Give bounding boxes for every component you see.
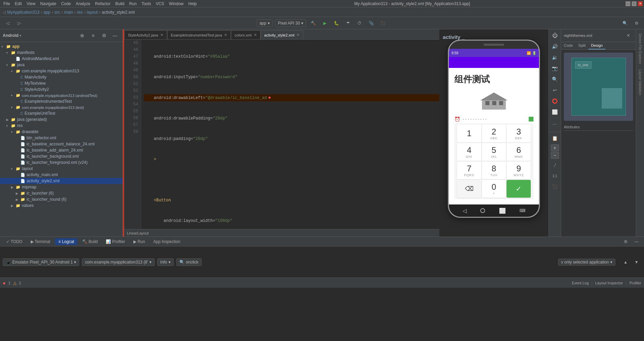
numpad-0[interactable]: 0 + <box>482 180 506 198</box>
volume-up-icon[interactable]: 🔊 <box>550 42 560 51</box>
menu-refactor[interactable]: Refactor <box>93 1 113 7</box>
numpad-2[interactable]: 2 ABC <box>482 125 506 142</box>
back-button[interactable]: ◁ <box>3 18 12 28</box>
run-button[interactable]: ▶ <box>320 18 330 28</box>
tree-item-androidmanifest[interactable]: 📄 AndroidManifest.xml <box>0 56 122 62</box>
zoom-in-icon[interactable]: 🔍 <box>550 74 560 84</box>
bottom-tab-build[interactable]: 🔨 Build <box>79 238 101 245</box>
tree-item-ic-launcher-6[interactable]: ▶ 📁 ic_launcher (6) <box>0 190 122 196</box>
design-canvas[interactable]: tv_one Attributes <box>561 50 636 237</box>
bottom-tab-profiler[interactable]: 📊 Profiler <box>102 238 128 245</box>
tree-item-mipmap[interactable]: ▶ 📁 mipmap <box>0 184 122 190</box>
phone-back-nav[interactable]: ◁ <box>463 208 467 214</box>
volume-down-icon[interactable]: 🔉 <box>550 53 560 62</box>
phone-home-nav[interactable] <box>480 208 485 213</box>
phone-recents-nav[interactable]: ⬜ <box>499 208 506 214</box>
menu-help[interactable]: Help <box>186 1 199 7</box>
sidebar-settings-button[interactable]: ⚙ <box>99 31 109 40</box>
attach-button[interactable]: 📎 <box>366 18 376 28</box>
right-panel-close[interactable]: ✕ <box>624 31 633 40</box>
breadcrumb-item-2[interactable]: src <box>55 10 60 15</box>
menu-vcs[interactable]: VCS <box>154 1 166 7</box>
tree-item-drawable[interactable]: ▾ 📁 drawable <box>0 129 122 135</box>
tree-item-styleactivity2[interactable]: C StyleActivity2 <box>0 86 122 93</box>
tab-styleactivity2-close[interactable]: ✕ <box>160 33 163 37</box>
tab-exampleinstrumentedtest[interactable]: ExampleInstrumentedTest.java ✕ <box>167 30 231 39</box>
numpad-7[interactable]: 7 PQRS <box>457 161 481 179</box>
bottom-tab-terminal[interactable]: ▶ Terminal <box>27 238 54 245</box>
more-icon[interactable]: … <box>550 118 560 128</box>
menu-build[interactable]: Build <box>113 1 127 7</box>
tree-item-ic-account[interactable]: 📄 ic_baseline_account_balance_24.xml <box>0 141 122 147</box>
run-config-dropdown[interactable]: app ▾ <box>257 19 273 27</box>
forward-button[interactable]: ▷ <box>14 18 24 28</box>
profiler-status-label[interactable]: Profiler <box>629 281 641 285</box>
minimize-button[interactable]: — <box>626 1 630 6</box>
bottom-tab-todo[interactable]: ✓ TODO <box>3 238 26 245</box>
breadcrumb-item-1[interactable]: app <box>44 10 50 15</box>
tab-activity-style2[interactable]: activity_style2.xml ✕ <box>261 30 304 39</box>
fit-icon[interactable]: ⬛ <box>550 182 560 191</box>
search-everywhere-button[interactable]: 🔍 <box>620 18 630 28</box>
sidebar-sync-button[interactable]: ⊕ <box>77 31 87 40</box>
bottom-settings-button[interactable]: ⚙ <box>621 237 630 246</box>
layout-validation-label[interactable]: Layout Validation <box>638 69 642 95</box>
rotate-icon[interactable]: ↩ <box>550 85 560 95</box>
menu-window[interactable]: Window <box>167 1 186 7</box>
numpad-9[interactable]: 9 WXYZ <box>507 161 531 179</box>
device-file-explorer-label[interactable]: Device File Explorer <box>638 33 642 64</box>
breadcrumb-item-0[interactable]: MyApplication313 <box>7 10 40 15</box>
clipboard-icon[interactable]: 📋 <box>550 133 560 143</box>
breadcrumb-item-5[interactable]: layout <box>87 10 98 15</box>
tab-exampleinstrumentedtest-close[interactable]: ✕ <box>224 33 227 37</box>
menu-file[interactable]: File <box>1 1 12 7</box>
event-log-button[interactable]: Event Log <box>572 281 589 285</box>
power-icon[interactable]: ⏻ <box>550 31 560 40</box>
square-icon[interactable]: ⬜ <box>550 107 560 117</box>
tree-item-ic-launcher-bg[interactable]: 📄 ic_launcher_background.xml <box>0 153 122 159</box>
bottom-tab-appinspection[interactable]: App Inspection <box>150 238 184 245</box>
tree-item-btn-selector[interactable]: 📄 btn_selector.xml <box>0 135 122 141</box>
tree-item-layout[interactable]: ▾ 📁 layout <box>0 166 122 172</box>
sidebar-close-button[interactable]: — <box>110 31 120 40</box>
logcat-search-input[interactable]: 🔍 onclick <box>176 258 202 266</box>
bottom-minimize-button[interactable]: — <box>632 237 641 246</box>
tree-item-java[interactable]: ▾ 📁 java <box>0 62 122 68</box>
menu-tools[interactable]: Tools <box>140 1 153 7</box>
breadcrumb-current[interactable]: activity_style2.xml <box>102 10 135 15</box>
tree-item-ic-alarm[interactable]: 📄 ic_baseline_add_alarm_24.xml <box>0 147 122 153</box>
maximize-button[interactable]: □ <box>632 1 636 6</box>
circle-icon[interactable]: ⭕ <box>550 96 560 106</box>
profile-button[interactable]: ⏱ <box>355 18 364 28</box>
breadcrumb-item-4[interactable]: res <box>77 10 83 15</box>
selected-app-dropdown[interactable]: v only selected application ▾ <box>558 259 615 266</box>
breadcrumb-item-3[interactable]: main <box>64 10 73 15</box>
tab-styleactivity2[interactable]: StyleActivity2.java ✕ <box>124 30 167 39</box>
numpad-3[interactable]: 3 DEF <box>507 125 531 142</box>
tab-colors-close[interactable]: ✕ <box>254 33 257 37</box>
code-content[interactable]: android:textColorHint="#95alaa" android:… <box>141 40 439 229</box>
numpad-1[interactable]: 1 <box>457 125 481 142</box>
device-dropdown[interactable]: Pixel API 30 ▾ <box>275 19 307 27</box>
numpad-4[interactable]: 4 GHI <box>457 143 481 161</box>
layout-inspector-button[interactable]: Layout Inspector <box>595 281 623 285</box>
code-editor[interactable]: 45 46 47 48 49 50 51 52 53 54 55 56 57 5… <box>124 40 439 229</box>
tree-item-ic-launcher-round-6[interactable]: ▶ 📁 ic_launcher_round (6) <box>0 196 122 202</box>
tree-item-mytextview[interactable]: C MyTextview <box>0 80 122 86</box>
tree-item-package-test[interactable]: ▾ 📁 com.example.myapplication313 (test) <box>0 104 122 110</box>
rp-tab-design[interactable]: Design <box>588 42 605 49</box>
tree-item-app[interactable]: ▾ 📁 app <box>0 43 122 49</box>
numpad-delete[interactable]: ⌫ <box>457 180 481 198</box>
bottom-tab-logcat[interactable]: ≡ Logcat <box>55 238 77 245</box>
menu-code[interactable]: Code <box>59 1 73 7</box>
loglevel-dropdown[interactable]: Info ▾ <box>157 258 174 266</box>
tree-item-mainactivity[interactable]: C MainActivity <box>0 74 122 80</box>
menu-edit[interactable]: Edit <box>13 1 24 7</box>
bottom-tab-run[interactable]: ▶ Run <box>130 238 148 245</box>
stop-button[interactable]: ⬛ <box>378 18 387 28</box>
debug-button[interactable]: 🐛 <box>332 18 341 28</box>
close-button[interactable]: ✕ <box>638 1 643 6</box>
tree-item-ic-launcher-fg[interactable]: 📄 ic_launcher_foreground.xml (v24) <box>0 159 122 166</box>
tree-item-package-main[interactable]: ▾ 📁 com.example.myapplication313 <box>0 68 122 74</box>
numpad-8[interactable]: 8 TUV <box>482 161 506 179</box>
